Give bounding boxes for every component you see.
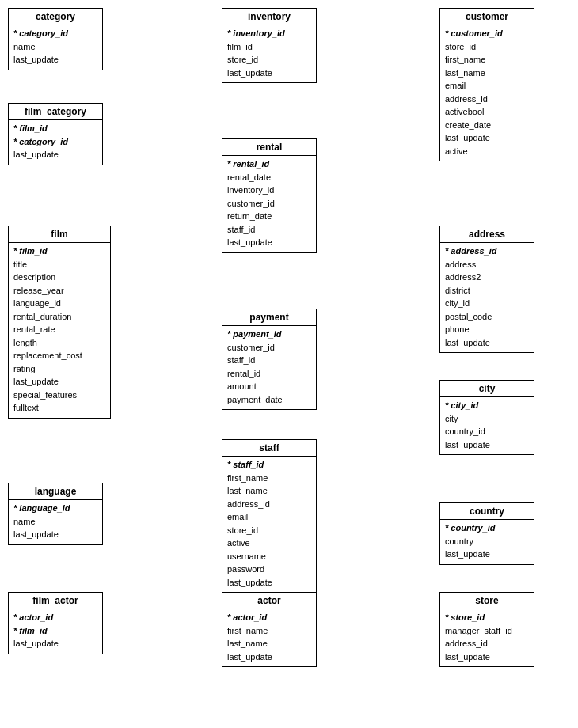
table-body-film_actor: * actor_id* film_idlast_update (9, 609, 102, 654)
svg-line-22 (264, 126, 269, 134)
table-header-country: country (440, 503, 534, 520)
svg-line-115 (209, 46, 217, 51)
table-row: city_id (445, 297, 529, 310)
table-row: * film_id (13, 624, 97, 638)
table-customer: customer* customer_idstore_idfirst_namel… (439, 8, 534, 161)
table-row: address_id (445, 637, 529, 650)
table-row: phone (445, 323, 529, 336)
table-row: store_id (445, 40, 529, 54)
table-row: username (227, 550, 311, 563)
svg-line-76 (0, 611, 4, 619)
table-row: rental_id (227, 367, 311, 381)
svg-point-56 (317, 475, 325, 483)
table-header-inventory: inventory (222, 9, 316, 25)
table-row: * actor_id (13, 611, 97, 624)
table-row: country_id (445, 425, 529, 438)
svg-line-100 (482, 579, 487, 587)
table-row: payment_date (227, 393, 311, 407)
svg-point-13 (103, 510, 111, 518)
table-row: last_update (445, 438, 529, 452)
table-row: store_id (227, 524, 311, 537)
table-row: rental_date (227, 171, 311, 184)
table-header-language: language (9, 483, 102, 500)
table-body-inventory: * inventory_idfilm_idstore_idlast_update (222, 25, 316, 82)
table-header-film_category: film_category (9, 104, 102, 120)
table-row: staff_id (227, 354, 311, 367)
table-city: city* city_idcitycountry_idlast_update (439, 380, 534, 455)
table-row: last_update (445, 548, 529, 561)
table-row: * category_id (13, 27, 97, 40)
svg-line-6 (55, 165, 59, 226)
table-body-actor: * actor_idfirst_namelast_namelast_update (222, 609, 316, 666)
table-body-film: * film_idtitledescriptionrelease_yearlan… (9, 243, 110, 418)
table-row: description (13, 271, 105, 284)
svg-point-38 (317, 328, 325, 336)
table-row: last_name (445, 66, 529, 80)
table-row: name (13, 40, 97, 54)
svg-point-25 (317, 182, 325, 190)
svg-line-23 (269, 126, 274, 134)
svg-point-99 (483, 583, 491, 591)
svg-line-94 (325, 41, 333, 46)
table-row: last_update (445, 650, 529, 664)
table-body-category: * category_idnamelast_update (9, 25, 102, 70)
table-body-store: * store_idmanager_staff_idaddress_idlast… (440, 609, 534, 666)
table-row: password (227, 563, 311, 576)
table-row: * film_id (13, 245, 105, 258)
table-row: active (227, 537, 311, 550)
svg-line-114 (209, 41, 217, 46)
table-row: postal_code (445, 310, 529, 324)
table-row: * inventory_id (227, 27, 311, 40)
table-body-address: * address_idaddressaddress2districtcity_… (440, 243, 534, 352)
table-row: active (445, 145, 529, 158)
svg-line-107 (211, 443, 215, 451)
table-body-staff: * staff_idfirst_namelast_nameaddress_ide… (222, 457, 316, 605)
table-body-payment: * payment_idcustomer_idstaff_idrental_id… (222, 326, 316, 409)
erd-diagram: category* category_idnamelast_updateinve… (0, 0, 578, 728)
table-row: rental_rate (13, 323, 105, 336)
table-country: country* country_idcountrylast_update (439, 502, 534, 565)
svg-line-4 (55, 90, 60, 98)
table-row: last_update (13, 375, 105, 389)
svg-point-34 (265, 296, 273, 304)
table-row: address_id (227, 498, 311, 511)
table-row: special_features (13, 389, 105, 402)
table-header-city: city (440, 381, 534, 397)
svg-line-57 (325, 474, 333, 479)
table-row: activebool (445, 105, 529, 119)
table-row: release_year (13, 284, 105, 298)
table-row: * payment_id (227, 328, 311, 341)
table-store: store* store_idmanager_staff_idaddress_i… (439, 592, 534, 667)
table-inventory: inventory* inventory_idfilm_idstore_idla… (222, 8, 317, 83)
table-row: * address_id (445, 245, 529, 258)
svg-line-47 (269, 427, 274, 434)
table-row: language_id (13, 297, 105, 310)
svg-line-88 (325, 518, 333, 523)
table-row: last_update (13, 53, 97, 66)
svg-line-95 (325, 46, 333, 51)
table-row: replacement_cost (13, 349, 105, 362)
svg-line-66 (487, 367, 492, 375)
table-row: last_name (227, 484, 311, 498)
table-row: rating (13, 362, 105, 376)
table-row: address (445, 258, 529, 271)
table-row: last_update (227, 576, 311, 590)
table-category: category* category_idnamelast_update (8, 8, 103, 70)
table-payment: payment* payment_idcustomer_idstaff_idre… (222, 309, 317, 410)
table-row: store_id (227, 53, 311, 66)
table-header-film_actor: film_actor (9, 593, 102, 609)
svg-line-40 (325, 332, 333, 337)
svg-line-58 (325, 479, 333, 483)
table-row: fulltext (13, 401, 105, 415)
svg-point-50 (483, 161, 491, 169)
table-row: last_update (227, 650, 311, 664)
table-row: * film_id (13, 122, 97, 135)
table-row: * store_id (445, 611, 529, 624)
table-row: last_name (227, 637, 311, 650)
table-row: last_update (227, 236, 311, 249)
svg-line-10 (59, 213, 64, 221)
table-body-language: * language_idnamelast_update (9, 500, 102, 544)
svg-line-9 (55, 213, 59, 221)
svg-line-108 (215, 443, 220, 451)
svg-line-71 (482, 490, 487, 498)
